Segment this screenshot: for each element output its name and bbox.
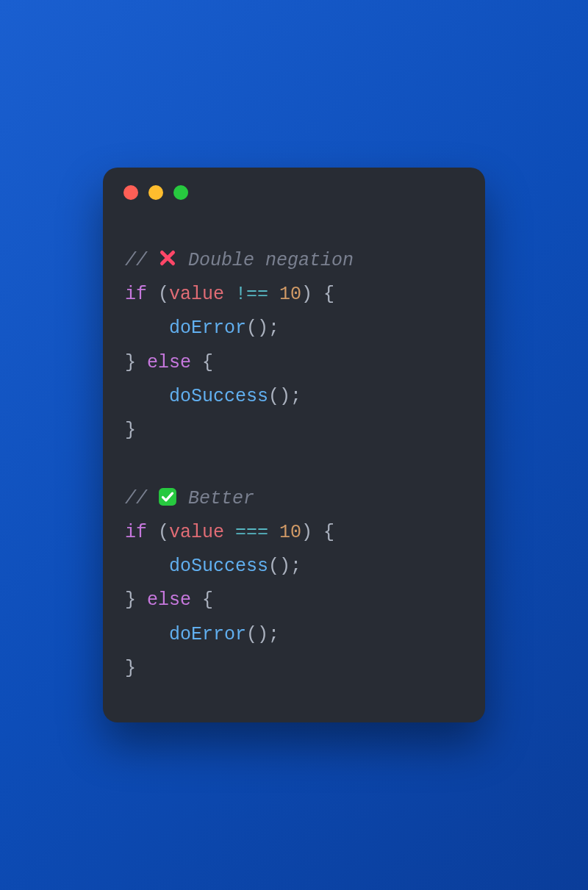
comment-line: // Better: [125, 482, 463, 516]
code-block: // Double negation if (value !== 10) { d…: [103, 207, 485, 686]
code-window: // Double negation if (value !== 10) { d…: [103, 168, 485, 722]
blank-line: [125, 448, 463, 481]
close-button[interactable]: [123, 185, 138, 200]
minimize-button[interactable]: [148, 185, 163, 200]
comment-line: // Double negation: [125, 244, 463, 278]
code-line: doSuccess();: [125, 380, 463, 414]
code-line: } else {: [125, 584, 463, 617]
code-line: doError();: [125, 312, 463, 345]
code-line: } else {: [125, 346, 463, 380]
code-line: if (value !== 10) {: [125, 278, 463, 312]
check-mark-icon: [158, 485, 177, 504]
code-line: }: [125, 652, 463, 686]
maximize-button[interactable]: [173, 185, 188, 200]
code-line: doError();: [125, 618, 463, 652]
code-line: }: [125, 414, 463, 448]
code-line: if (value === 10) {: [125, 516, 463, 550]
window-titlebar: [103, 168, 485, 207]
code-line: doSuccess();: [125, 550, 463, 584]
cross-mark-icon: [158, 246, 177, 265]
